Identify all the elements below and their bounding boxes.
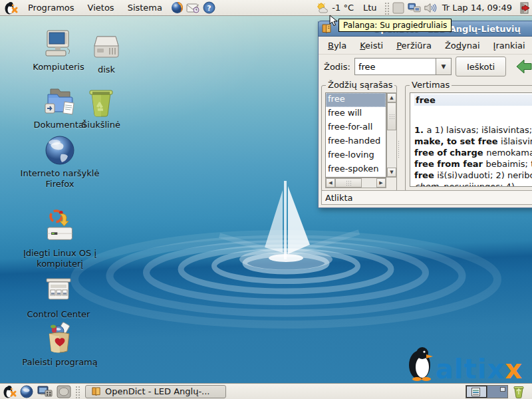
combobox-dropdown-button[interactable]: ▼ <box>436 58 452 75</box>
translation-definition: 1. a 1) laisvas; išlaisvintas; tmake, to… <box>414 124 532 187</box>
taskbar-drag-handle[interactable] <box>74 385 80 398</box>
firefox-icon[interactable] <box>170 1 184 15</box>
web-browser-icon <box>44 134 76 166</box>
scroll-right-icon[interactable]: ▶ <box>376 178 386 188</box>
definition-line: make, to set free išlaisvin <box>414 136 532 147</box>
menu-programos[interactable]: Programos <box>21 0 81 16</box>
window-statusbar: Atlikta <box>321 190 532 205</box>
desktop-icon-label: Interneto naršyklė Firefox <box>17 168 103 190</box>
trash-icon <box>85 86 117 118</box>
definition-line: chem. nesusijungęs; 4) <box>414 181 532 187</box>
desktop-icon-trash[interactable]: Šiukšlinė <box>61 86 141 130</box>
word-label: Žodis: <box>324 62 350 72</box>
desktop-icon-label: Control Center <box>27 309 90 320</box>
control-center-icon <box>43 275 74 307</box>
back-arrow-icon[interactable] <box>515 58 532 75</box>
desktop-icon-control-center[interactable]: Control Center <box>13 275 104 320</box>
baltix-taskbar-icon[interactable] <box>3 385 17 398</box>
volume-icon[interactable] <box>424 1 437 15</box>
weather-tooltip: Palanga: Su pragiedruliais <box>338 19 452 32</box>
scroll-left-icon[interactable]: ◀ <box>326 178 335 188</box>
baltix-penguin-icon <box>406 345 436 381</box>
task-button-opendict[interactable]: OpenDict - LED Anglų-... <box>85 385 226 398</box>
window-menu-žodynai[interactable]: Žodynai <box>440 39 485 53</box>
translation-groupbox: Vertimas free 1. a 1) laisvas; išlaisvin… <box>405 85 532 192</box>
window-menu-peržiūra[interactable]: Peržiūra <box>391 39 437 53</box>
run-application-icon <box>44 321 76 355</box>
desktop-icon-run-application[interactable]: Paleisti programą <box>15 321 105 368</box>
tray-blank-icon[interactable] <box>392 1 405 15</box>
word-list[interactable]: freefree willfree-for-allfree-handedfree… <box>325 92 386 178</box>
window-toolbar: Žodis: ▼ Ieškoti <box>319 55 532 78</box>
word-list-item[interactable]: free will <box>326 107 386 121</box>
desktop-icon-label: disk <box>98 65 115 75</box>
opendict-window: OpenDict - LED Anglų-Lietuvių BylaKeisti… <box>318 21 532 208</box>
menu-sistema[interactable]: Sistema <box>121 0 169 16</box>
chevron-down-icon: ▼ <box>441 63 446 70</box>
window-menu-byla[interactable]: Byla <box>323 39 352 53</box>
search-input[interactable] <box>354 58 436 75</box>
harddisk-icon <box>90 31 122 63</box>
network-monitor-icon[interactable] <box>408 1 421 15</box>
baltix-word: altix <box>436 354 505 384</box>
install-os-icon <box>44 207 76 246</box>
task-button-label: OpenDict - LED Anglų-... <box>105 386 209 396</box>
desktop-icon-label: Šiukšlinė <box>82 120 120 130</box>
svg-text:?: ? <box>207 4 211 13</box>
word-list-item[interactable]: free-handed <box>326 135 386 149</box>
top-panel: Programos Vietos Sistema ? <box>0 0 532 16</box>
desktop-icon-label: Paleisti programą <box>22 357 98 368</box>
logout-icon[interactable] <box>517 1 531 15</box>
mail-icon[interactable] <box>186 1 200 15</box>
word-list-groupbox: Žodžių sąrašas freefree willfree-for-all… <box>321 85 397 192</box>
definition-line: free iš(si)vaduoti; 2) neribo <box>414 170 532 181</box>
translation-group-label: Vertimas <box>410 80 452 90</box>
menu-vietos[interactable]: Vietos <box>81 0 121 16</box>
scroll-up-icon[interactable]: ▲ <box>387 93 396 102</box>
panel-drag-handle[interactable] <box>384 1 389 15</box>
workspace-2[interactable] <box>487 386 507 398</box>
desktop-icon-disk[interactable]: disk <box>66 31 146 75</box>
window-menubar: BylaKeistiPeržiūraŽodynaiĮrankiaiPagalba <box>319 37 532 55</box>
clock-applet[interactable]: Tr Lap 14, 09:49 <box>438 3 516 13</box>
taskbar-trash-icon[interactable] <box>512 385 525 398</box>
hscroll-thumb[interactable] <box>335 178 362 188</box>
translation-panel[interactable]: free 1. a 1) laisvas; išlaisvintas; tmak… <box>410 92 532 187</box>
opendict-task-icon <box>91 386 101 396</box>
word-list-group-label: Žodžių sąrašas <box>326 80 394 90</box>
baltix-menu-icon[interactable] <box>4 1 19 15</box>
web-launcher-icon[interactable] <box>20 385 33 398</box>
workspace-1[interactable] <box>466 386 487 398</box>
desktop-icon-install-os[interactable]: Įdiegti Linux OS į kompiuterį <box>15 207 105 269</box>
word-list-item[interactable]: free-loving <box>326 149 386 163</box>
media-player-icon[interactable] <box>36 385 53 398</box>
desktop-icon-label: Įdiegti Linux OS į kompiuterį <box>17 248 103 269</box>
scroll-down-icon[interactable]: ▼ <box>387 168 396 177</box>
definition-line: 1. a 1) laisvas; išlaisvintas; t <box>414 124 532 136</box>
window-menu-įrankiai[interactable]: Įrankiai <box>488 39 531 53</box>
search-combobox: ▼ <box>354 58 452 75</box>
word-list-horizontal-scrollbar[interactable]: ◀ ▶ <box>325 178 386 188</box>
weather-temperature[interactable]: -1 °C <box>331 3 358 13</box>
show-desktop-button[interactable] <box>56 385 72 398</box>
baltix-word-x: x <box>505 354 523 384</box>
word-list-item[interactable]: free <box>326 93 386 107</box>
desktop-icon-firefox[interactable]: Interneto naršyklė Firefox <box>15 134 105 190</box>
bottom-panel: OpenDict - LED Anglų-... <box>0 383 532 399</box>
definition-line: free from fear bebaimis; t <box>414 158 532 170</box>
definition-line: free of charge nemokama <box>414 147 532 158</box>
pane-splitter[interactable] <box>397 80 401 192</box>
word-list-item[interactable]: free-spoken <box>326 163 386 177</box>
weather-icon[interactable] <box>316 1 329 15</box>
translation-headword: free <box>414 94 532 106</box>
search-button[interactable]: Ieškoti <box>456 57 506 76</box>
word-list-item[interactable]: free-for-all <box>326 121 386 135</box>
vscroll-thumb[interactable] <box>387 102 396 130</box>
window-menu-keisti[interactable]: Keisti <box>354 39 388 53</box>
mouse-cursor <box>329 15 339 27</box>
word-list-vertical-scrollbar[interactable]: ▲ ▼ <box>386 92 397 178</box>
keyboard-layout-indicator[interactable]: Ltu <box>358 3 382 13</box>
workspace-switcher[interactable] <box>466 385 508 398</box>
help-icon[interactable]: ? <box>202 1 215 15</box>
